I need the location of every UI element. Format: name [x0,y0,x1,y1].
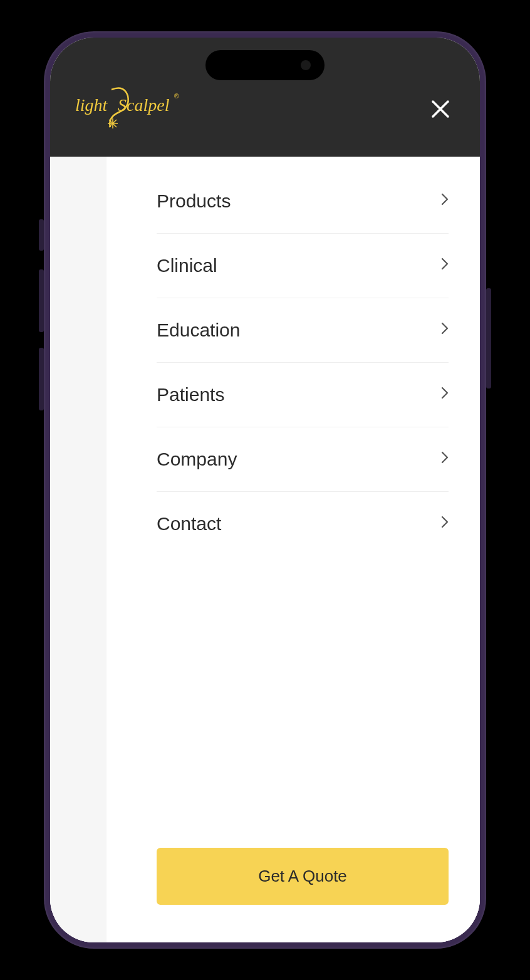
chevron-right-icon [441,451,449,467]
chevron-right-icon [441,387,449,403]
main-panel: Products Clinical Education [107,157,480,942]
close-icon [431,100,450,118]
phone-side-button [39,219,44,251]
nav-item-label: Clinical [157,255,217,276]
phone-notch [205,50,325,80]
nav-item-products[interactable]: Products [157,169,449,234]
chevron-right-icon [441,516,449,532]
chevron-right-icon [441,193,449,209]
nav-item-contact[interactable]: Contact [157,492,449,556]
nav-item-label: Patients [157,384,224,405]
phone-frame: light Scalpel ® [44,31,486,949]
logo-trademark: ® [174,93,179,100]
primary-nav: Products Clinical Education [157,169,449,848]
lightscalpel-logo-icon: light Scalpel ® [75,85,182,135]
chevron-right-icon [441,322,449,338]
chevron-right-icon [441,258,449,274]
nav-item-patients[interactable]: Patients [157,363,449,427]
phone-power-button [486,288,491,388]
phone-screen: light Scalpel ® [50,38,480,942]
nav-item-label: Education [157,320,240,341]
close-menu-button[interactable] [426,92,455,127]
get-quote-button[interactable]: Get A Quote [157,848,449,905]
left-gutter [50,157,107,942]
logo-text-light: light [75,95,108,115]
nav-item-label: Company [157,449,237,470]
phone-volume-up [39,269,44,332]
logo-text-scalpel: Scalpel [118,95,170,115]
nav-item-clinical[interactable]: Clinical [157,234,449,298]
logo-spark-icon [108,118,118,128]
nav-item-label: Contact [157,513,221,534]
content-wrapper: Products Clinical Education [50,157,480,942]
nav-item-education[interactable]: Education [157,298,449,363]
nav-item-label: Products [157,190,231,212]
brand-logo[interactable]: light Scalpel ® [75,85,182,135]
phone-volume-down [39,348,44,410]
nav-item-company[interactable]: Company [157,427,449,492]
